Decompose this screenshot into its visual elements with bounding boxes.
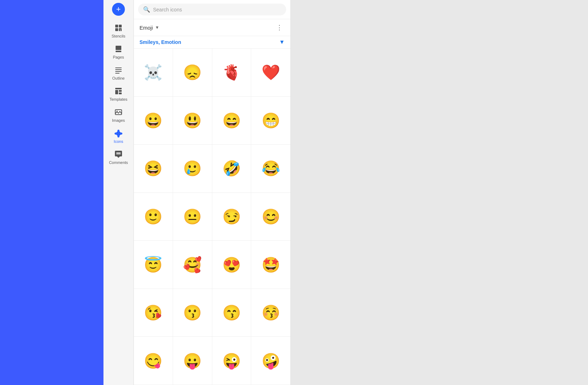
emoji-cell[interactable]: 😆 [134, 145, 173, 193]
svg-point-16 [117, 111, 118, 112]
emoji-cell[interactable]: 😚 [251, 289, 290, 337]
svg-rect-5 [116, 46, 121, 50]
emoji-cell[interactable]: 😘 [134, 289, 173, 337]
emoji-cell[interactable]: 😞 [173, 49, 212, 97]
category-header[interactable]: Smileys, Emotion ▼ [134, 36, 290, 49]
emoji-cell[interactable]: 🤩 [251, 241, 290, 289]
add-button[interactable]: + [112, 3, 125, 16]
sidebar-item-pages[interactable]: Pages [103, 41, 133, 62]
emoji-cell[interactable]: ❤️ [251, 49, 290, 97]
emoji-cell[interactable]: 🤣 [212, 145, 252, 193]
sidebar-item-icons-label: Icons [114, 139, 123, 144]
blue-left-panel [0, 0, 103, 385]
svg-rect-6 [116, 51, 121, 52]
svg-rect-8 [115, 69, 122, 70]
emoji-cell[interactable]: 🥰 [173, 241, 212, 289]
images-icon [113, 107, 123, 117]
sidebar-item-templates-label: Templates [110, 97, 127, 101]
category-expand-icon: ▼ [279, 39, 285, 45]
sidebar-item-stencils[interactable]: T Stencils [103, 20, 133, 41]
emoji-grid: ☠️😞🫀❤️😀😃😄😁😆🥲🤣😂🙂😐😏😊😇🥰😍🤩😘😗😙😚😋😛😜🤪 [134, 49, 290, 385]
sidebar-item-comments[interactable]: Comments [103, 146, 133, 168]
emoji-cell[interactable]: 😍 [212, 241, 252, 289]
svg-rect-14 [119, 92, 122, 94]
search-input[interactable] [153, 7, 281, 12]
sidebar-item-icons[interactable]: Icons [103, 125, 133, 146]
svg-rect-2 [115, 28, 118, 31]
chevron-down-icon: ▼ [155, 25, 159, 30]
sidebar-item-images-label: Images [112, 118, 125, 122]
emoji-dropdown-trigger[interactable]: Emoji ▼ [140, 25, 159, 31]
emoji-cell[interactable]: 😃 [173, 97, 212, 145]
stencils-icon: T [113, 23, 123, 33]
emoji-cell[interactable]: 😐 [173, 193, 212, 241]
svg-rect-0 [115, 25, 118, 28]
sidebar-item-images[interactable]: Images [103, 104, 133, 125]
comments-icon [113, 149, 123, 159]
emoji-cell[interactable]: 🥲 [173, 145, 212, 193]
svg-rect-13 [119, 90, 122, 92]
sidebar-item-outline-label: Outline [112, 76, 125, 80]
emoji-cell[interactable]: 😗 [173, 289, 212, 337]
emoji-cell[interactable]: 😛 [173, 337, 212, 385]
emoji-label: Emoji [140, 25, 153, 31]
emoji-cell[interactable]: 😋 [134, 337, 173, 385]
svg-rect-7 [115, 68, 122, 68]
emoji-cell[interactable]: 😀 [134, 97, 173, 145]
emoji-cell[interactable]: 🫀 [212, 49, 252, 97]
emoji-cell[interactable]: 🤪 [251, 337, 290, 385]
emoji-cell[interactable]: 😁 [251, 97, 290, 145]
search-icon: 🔍 [143, 6, 150, 13]
icons-icon [113, 128, 123, 138]
sidebar-item-pages-label: Pages [113, 55, 124, 59]
emoji-cell[interactable]: 😂 [251, 145, 290, 193]
sidebar-item-stencils-label: Stencils [112, 34, 126, 38]
emoji-cell[interactable]: 😙 [212, 289, 252, 337]
sidebar: + T Stencils Pages [103, 0, 134, 385]
emoji-cell[interactable]: 😜 [212, 337, 252, 385]
pages-icon [113, 44, 123, 54]
emoji-cell[interactable]: 😇 [134, 241, 173, 289]
search-bar: 🔍 [134, 0, 290, 19]
emoji-cell[interactable]: 😏 [212, 193, 252, 241]
emoji-cell[interactable]: 😊 [251, 193, 290, 241]
three-dot-menu[interactable]: ⋮ [274, 23, 285, 32]
emoji-header: Emoji ▼ ⋮ [134, 19, 290, 36]
svg-rect-10 [115, 73, 120, 74]
outline-icon [113, 65, 123, 75]
sidebar-item-comments-label: Comments [109, 160, 128, 165]
emoji-cell[interactable]: 🙂 [134, 193, 173, 241]
emoji-cell[interactable]: 😄 [212, 97, 252, 145]
category-title: Smileys, Emotion [140, 39, 181, 45]
svg-text:T: T [120, 29, 121, 32]
svg-rect-9 [115, 71, 122, 72]
svg-rect-12 [115, 90, 118, 94]
sidebar-item-outline[interactable]: Outline [103, 62, 133, 83]
svg-rect-11 [115, 88, 122, 89]
svg-rect-1 [119, 25, 122, 28]
emoji-cell[interactable]: ☠️ [134, 49, 173, 97]
main-content [291, 0, 588, 385]
templates-icon [113, 86, 123, 96]
search-input-wrap: 🔍 [138, 4, 286, 15]
icons-panel: 🔍 Emoji ▼ ⋮ Smileys, Emotion ▼ ☠️😞🫀❤️😀😃😄… [134, 0, 291, 385]
sidebar-item-templates[interactable]: Templates [103, 83, 133, 104]
